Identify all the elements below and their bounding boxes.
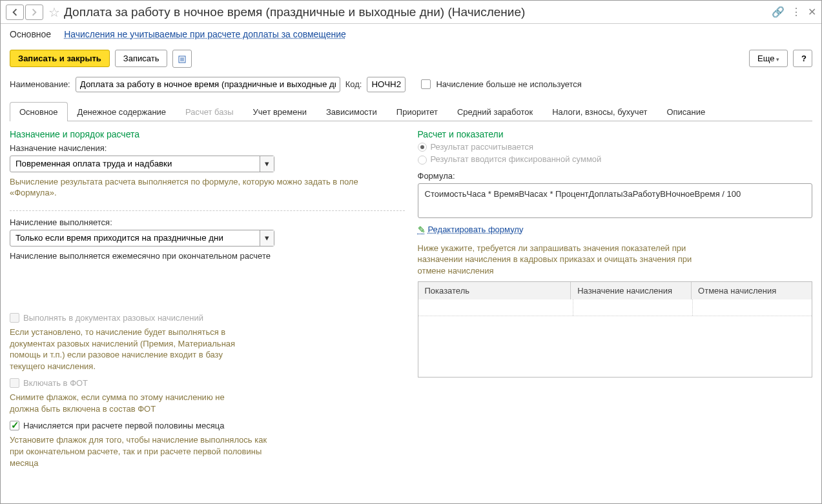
tabs: Основное Денежное содержание Расчет базы…: [10, 101, 812, 121]
name-label: Наименование:: [10, 79, 70, 89]
when-label: Начисление выполняется:: [10, 217, 405, 227]
save-button[interactable]: Записать: [115, 50, 168, 67]
th-cancel: Отмена начисления: [692, 282, 812, 299]
chk-half-month-hint: Установите флажок для того, чтобы начисл…: [10, 434, 281, 469]
th-assign: Назначение начисления: [571, 282, 692, 299]
code-input[interactable]: [367, 77, 406, 92]
chk-fot-label: Включать в ФОТ: [23, 378, 88, 388]
purpose-hint: Вычисление результата расчета выполняетс…: [10, 176, 405, 199]
tab-money[interactable]: Денежное содержание: [68, 102, 176, 121]
code-label: Код:: [345, 79, 362, 89]
when-input[interactable]: [10, 230, 260, 246]
chk-half-month-label: Начисляется при расчете первой половины …: [23, 421, 224, 430]
nav-main[interactable]: Основное: [10, 29, 51, 39]
when-hint: Начисление выполняется ежемесячно при ок…: [10, 250, 405, 262]
tab-avg[interactable]: Средний заработок: [447, 102, 542, 121]
page-title: Доплата за работу в ночное время (праздн…: [64, 5, 772, 19]
purpose-input[interactable]: [10, 156, 260, 172]
tab-base: Расчет базы: [176, 102, 243, 121]
edit-formula-link[interactable]: ✎ Редактировать формулу: [418, 225, 524, 235]
pencil-icon: ✎: [418, 225, 426, 235]
name-input[interactable]: [76, 77, 340, 92]
formula-box[interactable]: СтоимостьЧаса * ВремяВЧасах * ПроцентДоп…: [418, 183, 813, 218]
radio-calc: [418, 143, 427, 152]
indicators-table: Показатель Назначение начисления Отмена …: [418, 281, 813, 378]
formula-label: Формула:: [418, 171, 813, 181]
close-icon[interactable]: ✕: [808, 6, 816, 18]
link-icon[interactable]: 🔗: [772, 6, 785, 18]
not-used-label: Начисление больше не используется: [436, 79, 581, 89]
edit-formula-label: Редактировать формулу: [428, 225, 524, 234]
chk-half-month[interactable]: [10, 421, 19, 430]
tab-time[interactable]: Учет времени: [243, 102, 316, 121]
purpose-label: Назначение начисления:: [10, 143, 405, 153]
back-button[interactable]: [6, 5, 24, 20]
tab-deps[interactable]: Зависимости: [316, 102, 387, 121]
list-icon-button[interactable]: [172, 50, 192, 68]
chevron-down-icon[interactable]: ▾: [260, 230, 274, 246]
save-and-close-button[interactable]: Записать и закрыть: [10, 50, 110, 67]
tab-main[interactable]: Основное: [10, 102, 68, 121]
tab-desc[interactable]: Описание: [657, 102, 715, 121]
help-button[interactable]: ?: [793, 50, 812, 67]
chk-onetime: [10, 313, 19, 323]
radio-fixed-label: Результат вводится фиксированной суммой: [431, 154, 602, 164]
when-select[interactable]: ▾: [10, 230, 274, 247]
forward-button[interactable]: [25, 5, 43, 20]
sect-purpose: Назначение и порядок расчета: [10, 129, 405, 139]
tab-tax[interactable]: Налоги, взносы, бухучет: [542, 102, 657, 121]
th-indicator: Показатель: [418, 282, 571, 299]
more-button[interactable]: Еще: [749, 50, 788, 67]
not-used-checkbox[interactable]: [421, 79, 431, 89]
favorite-icon[interactable]: ☆: [48, 5, 60, 20]
table-note: Ниже укажите, требуется ли запрашивать з…: [418, 243, 702, 277]
nav-link-exclusions[interactable]: Начисления не учитываемые при расчете до…: [64, 29, 346, 39]
radio-fixed: [418, 156, 427, 165]
table-body[interactable]: [418, 299, 812, 377]
kebab-icon[interactable]: ⋮: [791, 6, 801, 18]
tab-priority[interactable]: Приоритет: [387, 102, 447, 121]
chevron-down-icon[interactable]: ▾: [260, 156, 274, 172]
sect-calc: Расчет и показатели: [418, 129, 813, 139]
table-row[interactable]: [418, 299, 812, 316]
purpose-select[interactable]: ▾: [10, 156, 274, 172]
chk-onetime-hint: Если установлено, то начисление будет вы…: [10, 327, 255, 372]
chk-fot-hint: Снимите флажок, если сумма по этому начи…: [10, 392, 255, 414]
radio-calc-label: Результат рассчитывается: [431, 142, 534, 152]
chk-onetime-label: Выполнять в документах разовых начислени…: [23, 313, 203, 323]
chk-fot: [10, 378, 19, 388]
